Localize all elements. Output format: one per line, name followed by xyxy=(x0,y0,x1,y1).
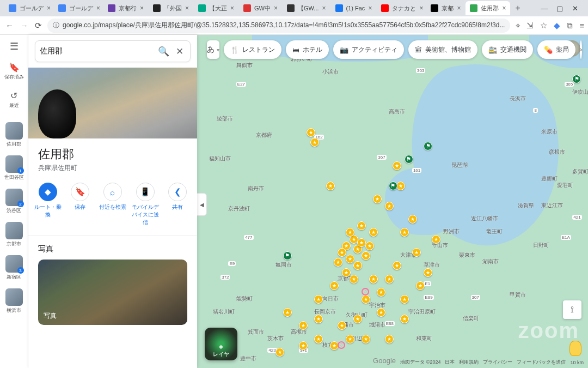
minimize-icon[interactable]: — xyxy=(541,5,548,11)
favorite-pin[interactable] xyxy=(338,341,345,349)
saved-pin[interactable] xyxy=(416,281,425,290)
saved-pin[interactable] xyxy=(357,238,366,247)
flag-pin[interactable] xyxy=(405,155,413,164)
attribution-item[interactable]: フィードバックを送信 xyxy=(517,359,566,366)
saved-pin[interactable] xyxy=(432,235,440,244)
rail-recent-item[interactable]: 2渋谷区 xyxy=(5,189,23,214)
locate-button[interactable]: ⟟ xyxy=(563,300,581,319)
browser-tab[interactable]: ゴールデ× xyxy=(54,1,103,15)
browser-tab[interactable]: 京都× xyxy=(426,1,465,15)
chip-hotels[interactable]: 🛏ホテル xyxy=(286,40,329,59)
tab-close-icon[interactable]: × xyxy=(47,4,51,12)
saved-pin[interactable] xyxy=(400,315,409,323)
chips-scroll-right[interactable]: › xyxy=(580,40,582,59)
flag-pin[interactable] xyxy=(424,142,432,150)
saved-pin[interactable] xyxy=(393,161,401,170)
browser-tab[interactable]: GW中× xyxy=(239,1,282,15)
browser-tab[interactable]: 「外国× xyxy=(149,1,193,15)
saved-pin[interactable] xyxy=(275,348,284,357)
chip-pharmacy[interactable]: 💊薬局 xyxy=(537,40,575,59)
nearby-button[interactable]: ⌕付近を検索 xyxy=(96,183,129,226)
saved-pin[interactable] xyxy=(342,268,351,277)
omnibox[interactable]: ⓘ google.co.jp/maps/place/兵庫県佐用郡佐用町/@35.… xyxy=(47,19,510,33)
saved-pin[interactable] xyxy=(299,341,308,350)
rail-recent-item[interactable]: 1世田谷区 xyxy=(4,155,24,181)
attribution-item[interactable]: プライバシー xyxy=(483,359,512,366)
searchbox[interactable]: 🔍 ✕ xyxy=(35,40,191,62)
saved-pin[interactable] xyxy=(400,295,409,304)
saved-pin[interactable] xyxy=(385,275,394,283)
saved-pin[interactable] xyxy=(424,268,432,277)
rail-saved[interactable]: 🔖 保存済み xyxy=(4,62,24,81)
tab-close-icon[interactable]: × xyxy=(140,4,144,12)
flag-pin[interactable] xyxy=(572,75,581,83)
place-hero-photo[interactable] xyxy=(28,68,197,138)
saved-pin[interactable] xyxy=(362,251,370,260)
saved-pin[interactable] xyxy=(408,215,417,224)
chip-museums[interactable]: 🏛美術館、博物館 xyxy=(408,40,477,59)
site-info-icon[interactable]: ⓘ xyxy=(53,21,59,30)
save-button[interactable]: 🔖保存 xyxy=(64,183,97,226)
browser-tab[interactable]: タナカと× xyxy=(377,1,426,15)
saved-pin[interactable] xyxy=(373,195,382,203)
tab-close-icon[interactable]: × xyxy=(185,4,189,12)
saved-pin[interactable] xyxy=(314,295,323,304)
maximize-icon[interactable]: ▢ xyxy=(556,5,563,11)
tab-close-icon[interactable]: × xyxy=(230,4,234,12)
browser-tab[interactable]: 佐用郡× xyxy=(465,1,510,15)
saved-pin[interactable] xyxy=(365,242,374,250)
saved-pin[interactable] xyxy=(353,261,362,270)
photos-card[interactable]: 写真 xyxy=(38,260,187,325)
saved-pin[interactable] xyxy=(338,248,346,257)
saved-pin[interactable] xyxy=(283,308,292,317)
chip-transit[interactable]: 🚉交通機関 xyxy=(482,40,533,59)
saved-pin[interactable] xyxy=(377,308,385,317)
saved-pin[interactable] xyxy=(377,288,385,297)
back-icon[interactable]: ← xyxy=(5,21,14,31)
saved-pin[interactable] xyxy=(362,335,370,343)
saved-pin[interactable] xyxy=(362,295,370,304)
layers-button[interactable]: ◈ レイヤ xyxy=(205,328,237,360)
flag-pin[interactable] xyxy=(283,251,292,260)
rail-recents[interactable]: ↺ 最近 xyxy=(9,91,19,109)
extension-icon[interactable]: ◆ xyxy=(554,21,560,31)
share-button[interactable]: ❮共有 xyxy=(161,183,194,226)
saved-pin[interactable] xyxy=(369,275,378,283)
close-icon[interactable]: ✕ xyxy=(572,5,578,11)
flag-pin[interactable] xyxy=(389,182,397,190)
attribution-item[interactable]: 利用規約 xyxy=(459,359,479,366)
rail-recent-item[interactable]: 佐用郡 xyxy=(5,122,23,148)
tab-close-icon[interactable]: × xyxy=(419,4,423,12)
new-tab-button[interactable]: + xyxy=(511,3,524,13)
tab-close-icon[interactable]: × xyxy=(457,4,461,12)
send-button[interactable]: 📱モバイルデバイスに送信 xyxy=(129,183,162,226)
rail-recent-item[interactable]: 京都市 xyxy=(5,222,23,248)
rail-recent-item[interactable]: 3新宿区 xyxy=(5,255,23,281)
extensions-icon[interactable]: ⧉ xyxy=(567,21,573,31)
browser-tab[interactable]: 【GW...× xyxy=(283,1,330,15)
browser-tab[interactable]: (1) Fac× xyxy=(331,1,377,15)
saved-pin[interactable] xyxy=(396,182,405,190)
location-icon[interactable]: ⌖ xyxy=(516,21,520,31)
saved-pin[interactable] xyxy=(393,261,401,270)
ime-indicator[interactable]: あ▾ xyxy=(207,40,219,59)
saved-pin[interactable] xyxy=(353,315,362,323)
browser-tab[interactable]: 京都行× xyxy=(103,1,148,15)
saved-pin[interactable] xyxy=(307,128,315,137)
favorite-pin[interactable] xyxy=(362,288,369,295)
saved-pin[interactable] xyxy=(385,202,394,210)
tab-close-icon[interactable]: × xyxy=(502,4,506,12)
forward-icon[interactable]: → xyxy=(20,21,28,31)
tab-close-icon[interactable]: × xyxy=(368,4,372,12)
tab-close-icon[interactable]: × xyxy=(274,4,278,12)
saved-pin[interactable] xyxy=(357,221,366,230)
saved-pin[interactable] xyxy=(314,315,323,323)
chip-activities[interactable]: 📷アクティビティ xyxy=(333,40,404,59)
saved-pin[interactable] xyxy=(334,258,342,267)
directions-button[interactable]: ◆ルート・乗換 xyxy=(32,183,64,226)
map-canvas[interactable]: ◀ あ▾ 🍴レストラン 🛏ホテル 📷アクティビティ 🏛美術館、博物館 🚉交通機関… xyxy=(197,35,588,368)
reading-list-icon[interactable]: ≡ xyxy=(579,21,584,30)
tab-close-icon[interactable]: × xyxy=(322,4,326,12)
browser-tab[interactable]: 【大正× xyxy=(194,1,238,15)
saved-pin[interactable] xyxy=(400,228,409,237)
